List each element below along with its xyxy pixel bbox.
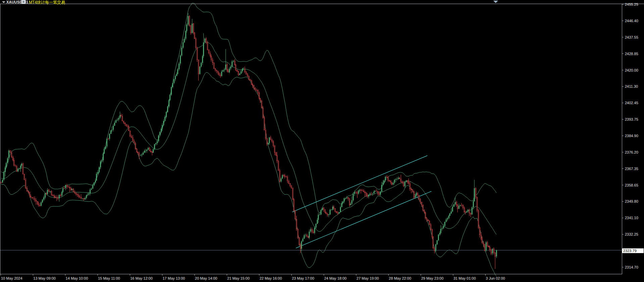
time-axis-label: 24 May 18:00 <box>324 276 347 280</box>
price-axis-label: 2367.35 <box>625 167 638 171</box>
time-axis-label: 10 May 2024 <box>1 276 22 280</box>
time-axis-label: 17 May 13:00 <box>163 276 185 280</box>
price-axis-label: 2437.55 <box>625 35 638 39</box>
time-axis-label: 21 May 15:00 <box>227 276 250 280</box>
time-axis-label: 3 Jun 02:00 <box>486 276 505 280</box>
time-axis-label: 22 May 16:00 <box>259 276 282 280</box>
price-axis-label: 2402.45 <box>625 101 638 105</box>
chart-header: XAUUSD,H1 + MT4统计每一笔交易 <box>0 0 644 4</box>
chart-plot-area[interactable] <box>0 4 622 274</box>
chart-shift-marker-icon[interactable] <box>493 1 498 3</box>
time-axis-label: 23 May 17:00 <box>292 276 314 280</box>
price-axis-label: 2341.10 <box>625 216 638 220</box>
price-axis-label: 2376.20 <box>625 150 638 154</box>
mt4-chart-window: 2455.252446.402437.552428.852420.002411.… <box>0 0 644 282</box>
time-axis-label: 20 May 14:00 <box>195 276 217 280</box>
price-axis-label: 2332.25 <box>625 232 638 236</box>
time-axis-label: 29 May 23:00 <box>421 276 444 280</box>
current-price-tag: 2323.79 <box>622 248 644 253</box>
price-axis-label: 2384.90 <box>625 134 638 138</box>
symbol-dropdown-caret-icon[interactable] <box>2 1 5 3</box>
time-axis-label: 13 May 09:00 <box>33 276 56 280</box>
time-axis-label: 16 May 12:00 <box>130 276 153 280</box>
price-axis-label: 2428.85 <box>625 52 638 56</box>
time-axis-label: 14 May 10:00 <box>66 276 88 280</box>
price-axis-label: 2349.80 <box>625 199 638 203</box>
price-axis-label: 2393.75 <box>625 117 638 121</box>
price-axis-label: 2446.40 <box>625 19 638 23</box>
price-chart[interactable]: 2455.252446.402437.552428.852420.002411.… <box>0 0 644 282</box>
time-axis-label: 28 May 22:00 <box>389 276 411 280</box>
price-axis-label: 2411.30 <box>625 84 638 88</box>
indicator-label: MT4统计每一笔交易 <box>29 0 65 5</box>
time-axis-label: 31 May 01:00 <box>453 276 476 280</box>
expand-button[interactable]: + <box>21 0 26 4</box>
price-axis-label: 2420.00 <box>625 68 638 72</box>
price-axis-label: 2358.65 <box>625 183 638 187</box>
time-axis-label: 27 May 19:00 <box>356 276 379 280</box>
time-axis-label: 15 May 11:00 <box>98 276 120 280</box>
price-axis-label: 2314.70 <box>625 265 638 269</box>
